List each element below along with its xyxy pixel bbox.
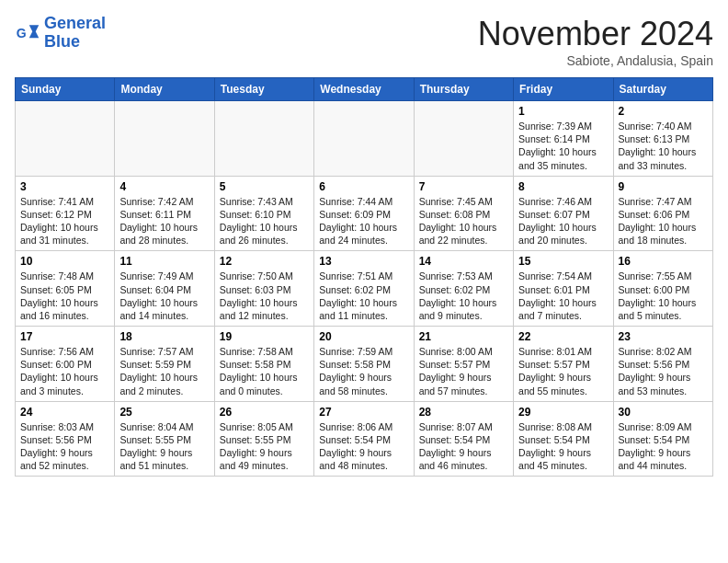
day-number: 20 [319, 330, 408, 343]
day-number: 19 [220, 330, 309, 343]
calendar-header: SundayMondayTuesdayWednesdayThursdayFrid… [16, 78, 713, 101]
weekday-header-row: SundayMondayTuesdayWednesdayThursdayFrid… [16, 78, 713, 101]
day-info: Sunrise: 7:42 AMSunset: 6:11 PMDaylight:… [119, 195, 209, 247]
day-number: 11 [119, 255, 209, 268]
day-info: Sunrise: 8:08 AMSunset: 5:54 PMDaylight:… [518, 420, 608, 473]
day-number: 6 [319, 180, 408, 193]
month-title: November 2024 [478, 15, 713, 53]
calendar-cell: 28Sunrise: 8:07 AMSunset: 5:54 PMDayligh… [414, 401, 513, 477]
day-info: Sunrise: 7:43 AMSunset: 6:10 PMDaylight:… [220, 195, 309, 247]
day-number: 26 [220, 406, 309, 419]
day-info: Sunrise: 8:01 AMSunset: 5:57 PMDaylight:… [518, 345, 608, 397]
day-info: Sunrise: 8:07 AMSunset: 5:54 PMDaylight:… [419, 420, 508, 473]
calendar-cell: 21Sunrise: 8:00 AMSunset: 5:57 PMDayligh… [414, 327, 513, 402]
day-info: Sunrise: 7:44 AMSunset: 6:09 PMDaylight:… [319, 195, 408, 247]
weekday-monday: Monday [115, 78, 214, 101]
day-info: Sunrise: 7:54 AMSunset: 6:01 PMDaylight:… [518, 270, 608, 322]
svg-marker-1 [29, 25, 40, 38]
logo-text: General Blue [44, 15, 106, 52]
week-row-5: 24Sunrise: 8:03 AMSunset: 5:56 PMDayligh… [16, 401, 713, 477]
calendar-cell: 12Sunrise: 7:50 AMSunset: 6:03 PMDayligh… [214, 251, 313, 327]
day-info: Sunrise: 7:56 AMSunset: 6:00 PMDaylight:… [20, 345, 109, 397]
day-info: Sunrise: 7:47 AMSunset: 6:06 PMDaylight:… [619, 195, 708, 247]
week-row-4: 17Sunrise: 7:56 AMSunset: 6:00 PMDayligh… [16, 327, 713, 402]
day-number: 7 [419, 180, 508, 193]
day-info: Sunrise: 8:02 AMSunset: 5:56 PMDaylight:… [619, 345, 708, 397]
calendar-table: SundayMondayTuesdayWednesdayThursdayFrid… [15, 77, 713, 477]
week-row-3: 10Sunrise: 7:48 AMSunset: 6:05 PMDayligh… [16, 251, 713, 327]
week-row-1: 1Sunrise: 7:39 AMSunset: 6:14 PMDaylight… [16, 101, 713, 177]
calendar-cell: 25Sunrise: 8:04 AMSunset: 5:55 PMDayligh… [115, 401, 214, 477]
location: Sabiote, Andalusia, Spain [478, 53, 713, 68]
calendar-cell: 24Sunrise: 8:03 AMSunset: 5:56 PMDayligh… [16, 401, 115, 477]
calendar-body: 1Sunrise: 7:39 AMSunset: 6:14 PMDaylight… [16, 101, 713, 477]
day-number: 9 [619, 180, 708, 193]
day-number: 12 [220, 255, 309, 268]
svg-text:G: G [17, 26, 27, 40]
calendar-cell [115, 101, 214, 177]
day-info: Sunrise: 8:03 AMSunset: 5:56 PMDaylight:… [20, 420, 109, 473]
day-info: Sunrise: 7:50 AMSunset: 6:03 PMDaylight:… [220, 270, 309, 322]
day-info: Sunrise: 8:09 AMSunset: 5:54 PMDaylight:… [619, 420, 708, 473]
calendar-cell [214, 101, 313, 177]
day-number: 27 [319, 406, 408, 419]
day-number: 23 [619, 330, 708, 343]
day-number: 28 [419, 406, 508, 419]
day-number: 25 [119, 406, 209, 419]
day-info: Sunrise: 8:06 AMSunset: 5:54 PMDaylight:… [319, 420, 408, 473]
calendar-cell [314, 101, 414, 177]
day-number: 3 [20, 180, 109, 193]
calendar-cell: 13Sunrise: 7:51 AMSunset: 6:02 PMDayligh… [314, 251, 414, 327]
calendar-cell: 20Sunrise: 7:59 AMSunset: 5:58 PMDayligh… [314, 327, 414, 402]
calendar-cell: 9Sunrise: 7:47 AMSunset: 6:06 PMDaylight… [613, 176, 712, 251]
calendar-cell: 30Sunrise: 8:09 AMSunset: 5:54 PMDayligh… [613, 401, 712, 477]
day-info: Sunrise: 7:57 AMSunset: 5:59 PMDaylight:… [119, 345, 209, 397]
calendar-cell: 10Sunrise: 7:48 AMSunset: 6:05 PMDayligh… [16, 251, 115, 327]
day-number: 4 [119, 180, 209, 193]
day-number: 24 [20, 406, 109, 419]
day-number: 16 [619, 255, 708, 268]
day-number: 10 [20, 255, 109, 268]
calendar-cell: 17Sunrise: 7:56 AMSunset: 6:00 PMDayligh… [16, 327, 115, 402]
day-info: Sunrise: 7:41 AMSunset: 6:12 PMDaylight:… [20, 195, 109, 247]
calendar-cell: 29Sunrise: 8:08 AMSunset: 5:54 PMDayligh… [514, 401, 613, 477]
day-number: 18 [119, 330, 209, 343]
day-number: 1 [518, 105, 608, 118]
calendar-cell: 14Sunrise: 7:53 AMSunset: 6:02 PMDayligh… [414, 251, 513, 327]
weekday-friday: Friday [514, 78, 613, 101]
calendar-cell: 3Sunrise: 7:41 AMSunset: 6:12 PMDaylight… [16, 176, 115, 251]
weekday-sunday: Sunday [16, 78, 115, 101]
calendar-cell: 26Sunrise: 8:05 AMSunset: 5:55 PMDayligh… [214, 401, 313, 477]
day-number: 13 [319, 255, 408, 268]
day-number: 30 [619, 406, 708, 419]
calendar-cell [414, 101, 513, 177]
day-info: Sunrise: 7:53 AMSunset: 6:02 PMDaylight:… [419, 270, 508, 322]
calendar-cell: 4Sunrise: 7:42 AMSunset: 6:11 PMDaylight… [115, 176, 214, 251]
day-info: Sunrise: 8:05 AMSunset: 5:55 PMDaylight:… [220, 420, 309, 473]
calendar-cell [16, 101, 115, 177]
calendar-cell: 1Sunrise: 7:39 AMSunset: 6:14 PMDaylight… [514, 101, 613, 177]
logo-icon: G [15, 20, 40, 46]
day-info: Sunrise: 7:59 AMSunset: 5:58 PMDaylight:… [319, 345, 408, 397]
weekday-thursday: Thursday [414, 78, 513, 101]
day-info: Sunrise: 7:46 AMSunset: 6:07 PMDaylight:… [518, 195, 608, 247]
day-info: Sunrise: 7:55 AMSunset: 6:00 PMDaylight:… [619, 270, 708, 322]
day-number: 17 [20, 330, 109, 343]
day-number: 14 [419, 255, 508, 268]
calendar-cell: 2Sunrise: 7:40 AMSunset: 6:13 PMDaylight… [613, 101, 712, 177]
day-info: Sunrise: 7:51 AMSunset: 6:02 PMDaylight:… [319, 270, 408, 322]
calendar-cell: 16Sunrise: 7:55 AMSunset: 6:00 PMDayligh… [613, 251, 712, 327]
day-number: 8 [518, 180, 608, 193]
page-header: G General Blue November 2024 Sabiote, An… [15, 15, 713, 68]
day-number: 5 [220, 180, 309, 193]
weekday-saturday: Saturday [613, 78, 712, 101]
calendar-cell: 18Sunrise: 7:57 AMSunset: 5:59 PMDayligh… [115, 327, 214, 402]
calendar-cell: 15Sunrise: 7:54 AMSunset: 6:01 PMDayligh… [514, 251, 613, 327]
title-block: November 2024 Sabiote, Andalusia, Spain [478, 15, 713, 68]
day-info: Sunrise: 7:40 AMSunset: 6:13 PMDaylight:… [619, 120, 708, 172]
day-info: Sunrise: 7:48 AMSunset: 6:05 PMDaylight:… [20, 270, 109, 322]
day-number: 21 [419, 330, 508, 343]
calendar-cell: 19Sunrise: 7:58 AMSunset: 5:58 PMDayligh… [214, 327, 313, 402]
day-number: 2 [619, 105, 708, 118]
weekday-wednesday: Wednesday [314, 78, 414, 101]
